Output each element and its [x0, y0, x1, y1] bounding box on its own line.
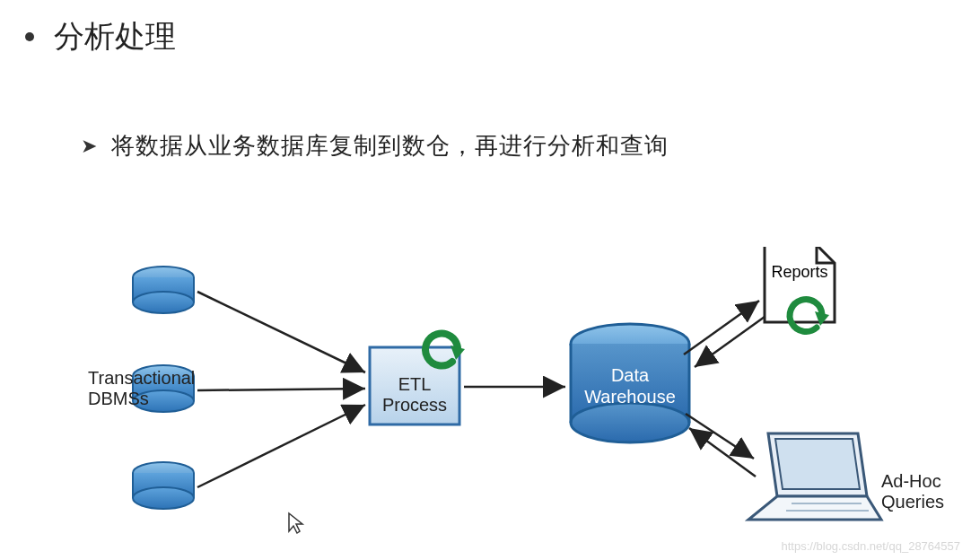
- db-cylinder-icon: [133, 267, 194, 313]
- svg-point-18: [571, 403, 689, 442]
- svg-line-27: [197, 389, 365, 390]
- adhoc-label: Ad-Hoc Queries: [881, 471, 962, 512]
- laptop-icon: [748, 433, 881, 520]
- svg-point-12: [133, 487, 194, 509]
- subtitle-text: 将数据从业务数据库复制到数仓，再进行分析和查询: [111, 130, 669, 162]
- svg-line-28: [197, 405, 365, 487]
- cursor-icon: [287, 512, 305, 538]
- chevron-right-icon: ➤: [81, 135, 97, 158]
- title-text: 分析处理: [54, 16, 176, 57]
- svg-point-2: [133, 292, 194, 313]
- svg-line-31: [695, 317, 765, 367]
- db-cylinder-icon: [133, 462, 194, 509]
- svg-line-32: [686, 414, 754, 459]
- watermark-text: https://blog.csdn.net/qq_28764557: [782, 539, 961, 553]
- dbms-label: Transactional DBMSs: [88, 368, 205, 409]
- data-warehouse-icon: Data Warehouse: [571, 324, 689, 442]
- svg-text:Reports: Reports: [771, 263, 827, 281]
- etl-diagram: Data Warehouse Reports: [101, 247, 953, 552]
- svg-line-26: [197, 292, 365, 372]
- svg-text:Data: Data: [611, 365, 650, 385]
- etl-label: ETL Process: [379, 374, 451, 416]
- bullet-dot: [25, 32, 34, 41]
- svg-text:Warehouse: Warehouse: [584, 387, 676, 407]
